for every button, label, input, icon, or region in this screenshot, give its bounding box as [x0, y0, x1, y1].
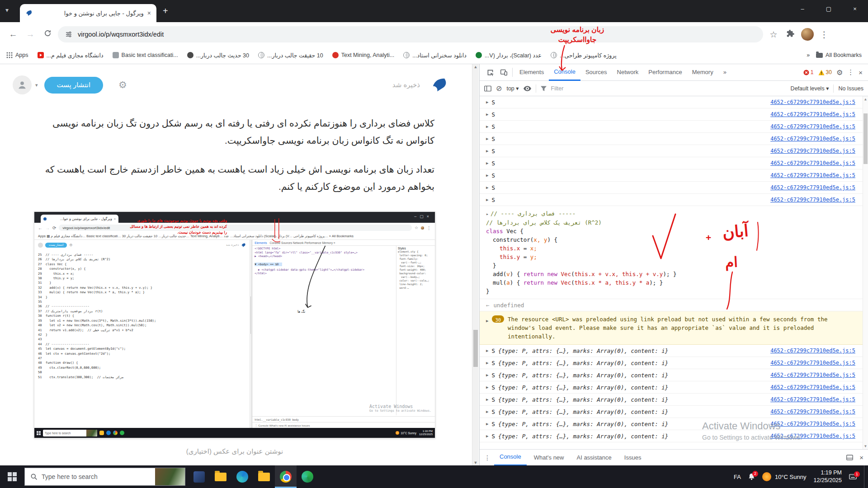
taskbar-app-edge[interactable] — [231, 465, 253, 488]
warning-counter[interactable]: 30 — [818, 69, 832, 75]
console-object-entry[interactable]: ▶S{type: P, attrs: {…}, marks: Array(0),… — [480, 381, 863, 394]
console-entry[interactable]: ▶S4652-c67299c77910ed5e.js:5 — [480, 157, 863, 169]
source-link[interactable]: 4652-c67299c77910ed5e.js:5 — [770, 197, 855, 203]
issues-counter[interactable]: No Issues — [838, 85, 863, 92]
show-desktop-button[interactable] — [864, 465, 867, 488]
omnibox[interactable]: virgool.io/p/wqsmxort3idx/edit — [58, 26, 763, 42]
chevron-down-icon[interactable]: ▾ — [35, 82, 38, 88]
devtools-scrollbar-thumb[interactable] — [863, 113, 868, 164]
bookmark-item[interactable]: 30 حدیث جالب دربار... — [187, 52, 249, 59]
source-link[interactable]: 4652-c67299c77910ed5e.js:5 — [770, 160, 855, 166]
drawer-tab-whats-new[interactable]: What's new — [528, 450, 570, 466]
drawer-tab-ai-assistance[interactable]: AI assistance — [571, 450, 617, 466]
console-entry[interactable]: ▶S4652-c67299c77910ed5e.js:5 — [480, 133, 863, 145]
extensions-icon[interactable] — [784, 29, 797, 40]
bookmark-item[interactable]: Basic text classificati... — [113, 52, 178, 58]
language-indicator[interactable]: FA — [734, 474, 741, 480]
error-counter[interactable]: 1 — [803, 69, 814, 75]
devtools-close-icon[interactable]: × — [859, 69, 863, 76]
tab-close-icon[interactable]: × — [147, 9, 151, 17]
source-link[interactable]: 4652-c67299c77910ed5e.js:5 — [770, 111, 855, 117]
bookmark-item[interactable]: 10 حقیقت جالب دربار... — [258, 52, 323, 59]
article-paragraph[interactable]: کلاس فضای برداری را هنوزتمام نکرده ای رف… — [42, 115, 434, 149]
eye-icon[interactable] — [524, 86, 531, 91]
bookmark-item[interactable]: دانلود سخنرانی استاد... — [403, 52, 467, 59]
context-selector[interactable]: top ▾ — [506, 85, 519, 92]
scroll-up-icon[interactable]: ▲ — [472, 65, 479, 69]
close-button[interactable]: × — [842, 0, 868, 18]
devtools-scrollbar[interactable]: ▲ ▼ — [863, 96, 868, 449]
article-paragraph[interactable]: تعداد زبان های برنامه نویسی اش خیلی زیاد… — [42, 161, 434, 195]
console-object-entry[interactable]: ▶S{type: P, attrs: {…}, marks: Array(0),… — [480, 357, 863, 369]
article-image[interactable]: ویرگول - جایی برای نوشتن و خوا... × –▢× … — [34, 211, 435, 438]
tab-search-icon[interactable]: ▾ — [5, 6, 9, 14]
gear-icon[interactable]: ⚙ — [118, 80, 127, 90]
taskbar-clock[interactable]: 1:19 PM 12/25/2025 — [813, 469, 842, 484]
drawer-tab-issues[interactable]: Issues — [619, 450, 647, 466]
console-object-entry[interactable]: ▶S{type: P, attrs: {…}, marks: Array(0),… — [480, 430, 863, 442]
console-entry[interactable]: ▶S4652-c67299c77910ed5e.js:5 — [480, 145, 863, 157]
bookmark-item[interactable]: Text Mining, Analyti... — [332, 52, 394, 58]
source-link[interactable]: 4652-c67299c77910ed5e.js:5 — [770, 396, 855, 403]
dock-panel-icon[interactable] — [846, 455, 853, 460]
publish-button[interactable]: انتشار پست — [44, 77, 104, 94]
scroll-down-icon[interactable]: ▼ — [863, 444, 868, 448]
devtools-settings-icon[interactable]: ⚙ — [836, 68, 843, 77]
source-link[interactable]: 4652-c67299c77910ed5e.js:5 — [770, 372, 855, 378]
tab-elements[interactable]: Elements — [514, 64, 549, 81]
source-link[interactable]: 4652-c67299c77910ed5e.js:5 — [770, 99, 855, 105]
console-entry[interactable]: ▶S4652-c67299c77910ed5e.js:5 — [480, 108, 863, 121]
tab-sources[interactable]: Sources — [580, 64, 612, 81]
drawer-menu-icon[interactable]: ⋮ — [484, 454, 491, 461]
source-link[interactable]: 4652-c67299c77910ed5e.js:5 — [770, 347, 855, 354]
browser-menu-icon[interactable]: ⋮ — [817, 29, 831, 40]
tab-console[interactable]: Console — [549, 64, 580, 81]
virgool-logo[interactable] — [431, 76, 448, 94]
taskbar-app-file-explorer[interactable] — [210, 465, 231, 488]
device-toolbar-icon[interactable] — [497, 69, 510, 76]
log-levels-selector[interactable]: Default levels ▾ — [791, 85, 829, 92]
reload-icon[interactable] — [41, 29, 54, 39]
drawer-close-icon[interactable]: × — [859, 454, 863, 461]
source-link[interactable]: 4652-c67299c77910ed5e.js:5 — [770, 408, 855, 415]
console-entry[interactable]: ▶S4652-c67299c77910ed5e.js:5 — [480, 182, 863, 194]
bookmarks-overflow-icon[interactable]: » — [807, 52, 810, 58]
console-warning[interactable]: ▶ 30 The resource <URL> was preloaded us… — [480, 311, 863, 345]
tab-network[interactable]: Network — [612, 64, 644, 81]
maximize-button[interactable]: ▢ — [816, 0, 842, 18]
all-bookmarks-button[interactable]: All Bookmarks — [816, 52, 862, 58]
page-scrollbar[interactable]: ▲ ▼ — [472, 64, 479, 465]
devtools-menu-icon[interactable]: ⋮ — [847, 68, 854, 76]
console-object-entry[interactable]: ▶S{type: P, attrs: {…}, marks: Array(0),… — [480, 345, 863, 357]
user-avatar[interactable] — [13, 75, 32, 94]
url-text[interactable]: virgool.io/p/wqsmxort3idx/edit — [78, 31, 164, 38]
source-link[interactable]: 4652-c67299c77910ed5e.js:5 — [770, 148, 855, 154]
clear-console-icon[interactable]: ⊘ — [496, 84, 502, 93]
console-entry[interactable]: ▶S4652-c67299c77910ed5e.js:5 — [480, 194, 863, 206]
source-link[interactable]: 4652-c67299c77910ed5e.js:5 — [770, 433, 855, 439]
tune-icon[interactable] — [65, 31, 72, 38]
scroll-up-icon[interactable]: ▲ — [863, 97, 868, 101]
tab-performance[interactable]: Performance — [643, 64, 687, 81]
taskbar-search-box[interactable]: Type here to search — [24, 468, 185, 486]
taskbar-app-photos[interactable] — [188, 465, 210, 488]
taskbar-app-chrome[interactable] — [275, 465, 297, 488]
profile-avatar[interactable] — [801, 28, 814, 41]
more-tabs-icon[interactable]: » — [718, 64, 731, 81]
source-link[interactable]: 4652-c67299c77910ed5e.js:5 — [770, 136, 855, 142]
console-entry[interactable]: ▶S4652-c67299c77910ed5e.js:5 — [480, 121, 863, 133]
tab-memory[interactable]: Memory — [687, 64, 718, 81]
console-sidebar-icon[interactable] — [484, 85, 491, 92]
weather-widget[interactable]: 10°C Sunny — [762, 472, 807, 481]
console-entry[interactable]: ▶S4652-c67299c77910ed5e.js:5 — [480, 169, 863, 182]
source-link[interactable]: 4652-c67299c77910ed5e.js:5 — [770, 360, 855, 366]
source-link[interactable]: 4652-c67299c77910ed5e.js:5 — [770, 384, 855, 390]
filter-input[interactable]: Filter — [551, 85, 786, 92]
scroll-down-icon[interactable]: ▼ — [472, 460, 479, 465]
back-icon[interactable]: ← — [6, 29, 20, 39]
bookmark-item[interactable]: پروژه کامپیوتر طراحی... — [551, 52, 617, 59]
image-caption-field[interactable]: نوشتن عنوان برای عکس (اختیاری) — [34, 447, 435, 455]
bookmark-star-icon[interactable]: ☆ — [767, 29, 780, 40]
console-object-entry[interactable]: ▶S{type: P, attrs: {…}, marks: Array(0),… — [480, 418, 863, 430]
source-link[interactable]: 4652-c67299c77910ed5e.js:5 — [770, 421, 855, 427]
